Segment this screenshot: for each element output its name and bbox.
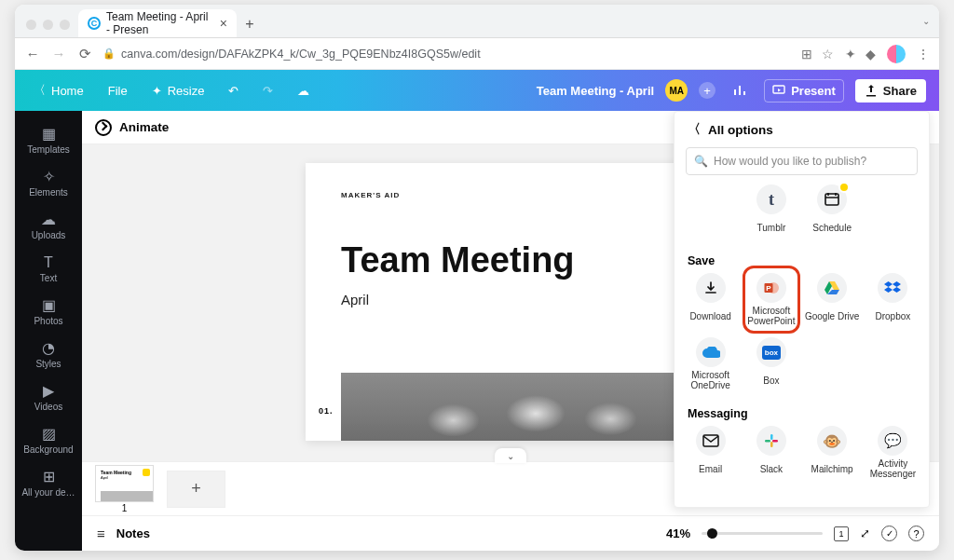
animate-icon <box>95 119 112 136</box>
option-activity-messenger[interactable]: 💬 Activity Messenger <box>863 422 923 483</box>
new-tab-button[interactable]: + <box>237 11 263 37</box>
option-mailchimp[interactable]: 🐵 Mailchimp <box>802 422 863 483</box>
option-powerpoint[interactable]: P Microsoft PowerPoint <box>741 269 801 330</box>
browser-menu-icon[interactable]: ⋮ <box>917 47 930 61</box>
document-title[interactable]: Team Meeting - April <box>537 84 654 98</box>
cloud-sync-icon[interactable]: ☁ <box>292 80 315 102</box>
sidebar-uploads[interactable]: ☁Uploads <box>15 204 82 247</box>
nav-forward-icon[interactable]: → <box>50 46 67 61</box>
option-dropbox[interactable]: Dropbox <box>863 269 923 330</box>
insights-icon[interactable] <box>727 79 753 102</box>
add-page-button[interactable]: + <box>167 471 225 508</box>
help-icon[interactable]: ? <box>908 526 924 541</box>
nav-reload-icon[interactable]: ⟳ <box>76 46 93 62</box>
svg-rect-7 <box>765 440 770 443</box>
fullscreen-icon[interactable]: ⤢ <box>860 526 870 540</box>
lock-icon: 🔒 <box>102 48 116 60</box>
user-avatar[interactable]: MA <box>665 79 688 102</box>
redo-button[interactable]: ↷ <box>257 80 279 102</box>
sidebar-background[interactable]: ▨Background <box>15 418 82 461</box>
sidebar-photos[interactable]: ▣Photos <box>15 290 82 333</box>
animate-button[interactable]: Animate <box>119 120 169 134</box>
panel-title: All options <box>708 123 773 137</box>
notes-menu-icon[interactable]: ≡ <box>97 526 105 541</box>
svg-rect-8 <box>770 442 773 447</box>
svg-rect-1 <box>825 194 838 205</box>
page-count-icon[interactable]: 1 <box>834 526 849 541</box>
panel-search-placeholder: How would you like to publish? <box>714 155 866 168</box>
option-download[interactable]: Download <box>680 269 741 330</box>
slide-canvas[interactable]: MAKER'S AID Team Meeting April 01. <box>306 163 716 441</box>
slide-number: 01. <box>319 406 334 416</box>
undo-button[interactable]: ↶ <box>223 80 244 102</box>
option-onedrive[interactable]: Microsoft OneDrive <box>680 334 741 394</box>
share-button[interactable]: Share <box>855 79 926 102</box>
url-text: canva.com/design/DAFAkZPK4_k/Cw_3g_PQE9E… <box>121 48 481 61</box>
svg-text:P: P <box>766 284 771 293</box>
option-email[interactable]: Email <box>680 422 741 483</box>
option-box[interactable]: box Box <box>741 334 801 394</box>
window-traffic-lights <box>26 20 70 30</box>
sidebar-elements[interactable]: ✧Elements <box>15 161 82 204</box>
option-slack[interactable]: Slack <box>741 422 801 483</box>
messaging-section-title: Messaging <box>675 400 929 422</box>
svg-rect-5 <box>703 435 718 446</box>
address-bar[interactable]: 🔒 canva.com/design/DAFAkZPK4_k/Cw_3g_PQE… <box>102 48 792 61</box>
panel-search[interactable]: 🔍 How would you like to publish? <box>686 147 918 175</box>
home-button[interactable]: 〈Home <box>28 78 89 102</box>
close-tab-icon[interactable]: × <box>220 16 227 31</box>
publish-panel: 〈 All options 🔍 How would you like to pu… <box>674 111 930 508</box>
save-section-title: Save <box>675 247 929 269</box>
tab-title: Team Meeting - April - Presen <box>106 10 209 36</box>
side-tool-panel: ▦Templates ✧Elements ☁Uploads TText ▣Pho… <box>15 111 82 551</box>
panel-back-icon[interactable]: 〈 <box>688 121 701 138</box>
extensions-icon[interactable]: ✦ <box>845 47 856 61</box>
present-button[interactable]: Present <box>764 79 844 102</box>
file-menu[interactable]: File <box>102 80 133 102</box>
thumb-number: 1 <box>95 503 154 513</box>
sidebar-videos[interactable]: ▶Videos <box>15 376 82 418</box>
svg-rect-6 <box>770 434 773 440</box>
tabs-dropdown-icon[interactable]: ⌄ <box>922 16 930 26</box>
notes-toggle[interactable]: Notes <box>116 526 150 540</box>
slide-title: Team Meeting <box>341 240 680 280</box>
add-collaborator-button[interactable]: + <box>699 82 716 99</box>
resize-button[interactable]: ✦Resize <box>146 80 211 102</box>
sidebar-text[interactable]: TText <box>15 247 82 290</box>
svg-rect-9 <box>772 440 778 443</box>
app-toolbar: 〈Home File ✦Resize ↶ ↷ ☁ Team Meeting - … <box>15 70 939 111</box>
option-tumblr[interactable]: t Tumblr <box>741 181 801 241</box>
slide-subtitle: April <box>341 292 680 307</box>
canva-favicon: C <box>88 17 101 30</box>
browser-tab[interactable]: C Team Meeting - April - Presen × <box>78 9 237 37</box>
star-icon[interactable]: ☆ <box>822 47 834 61</box>
sidebar-all-designs[interactable]: ⊞All your de… <box>15 461 82 504</box>
sidebar-templates[interactable]: ▦Templates <box>15 118 82 161</box>
nav-back-icon[interactable]: ← <box>24 46 41 61</box>
slide-image <box>341 373 716 441</box>
zoom-value[interactable]: 41% <box>666 526 690 540</box>
option-schedule[interactable]: Schedule <box>802 181 863 241</box>
zoom-slider[interactable] <box>702 532 823 535</box>
ext2-icon[interactable]: ◆ <box>865 47 876 61</box>
option-google-drive[interactable]: Google Drive <box>802 269 863 330</box>
collapse-thumbbar-icon[interactable]: ⌄ <box>495 448 526 463</box>
check-icon[interactable]: ✓ <box>881 526 897 541</box>
page-thumbnail-1[interactable]: Team Meeting April <box>95 465 154 502</box>
profile-avatar[interactable] <box>887 45 906 63</box>
slide-kicker: MAKER'S AID <box>341 191 680 199</box>
sidebar-styles[interactable]: ◔Styles <box>15 333 82 376</box>
gift-icon[interactable]: ⊞ <box>801 47 812 61</box>
search-icon: 🔍 <box>694 155 708 168</box>
